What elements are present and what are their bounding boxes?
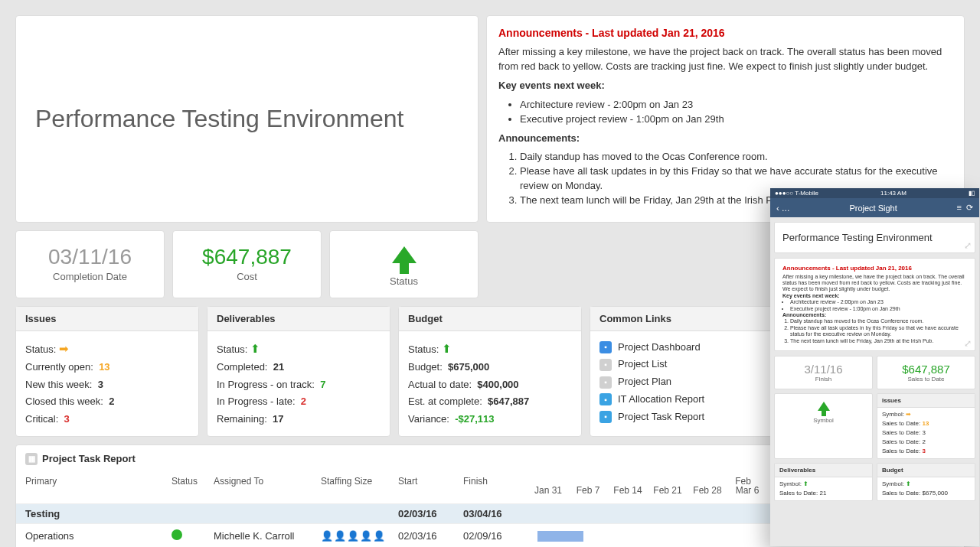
phone-symbol-card: Symbol <box>774 393 873 459</box>
carrier: ●●●○○ T-Mobile <box>775 190 818 197</box>
deliverables-status: Status: ⬆ <box>217 339 381 359</box>
completion-date-value: 03/11/16 <box>24 245 156 269</box>
budget-panel: Budget Status: ⬆ Budget: $675,000 Actual… <box>398 306 582 437</box>
arrow-up-icon <box>818 402 830 411</box>
issues-row: Currently open: 13 <box>25 359 189 376</box>
expand-icon[interactable]: ⤢ <box>964 240 972 251</box>
completion-date-label: Completion Date <box>24 271 156 282</box>
link-label: Project Dashboard <box>618 339 701 357</box>
page-title: Performance Testing Environment <box>35 105 403 133</box>
issues-title: Issues <box>16 307 198 331</box>
battery-icon: ▮▯ <box>969 190 975 197</box>
file-icon: ▪ <box>599 376 612 389</box>
key-events-list: Architecture review - 2:00pm on Jan 23 E… <box>520 98 952 127</box>
link-label: Project Plan <box>618 373 671 391</box>
phone-finish-stat: 3/11/16 Finish <box>774 356 873 389</box>
announcements-body: After missing a key milestone, we have t… <box>498 45 952 74</box>
phone-title-card: Performance Testing Environment ⤢ <box>774 222 975 253</box>
file-icon: ▪ <box>599 411 612 423</box>
col-primary[interactable]: Primary <box>16 473 165 504</box>
deliverables-row: In Progress - on track: 7 <box>217 376 381 394</box>
status-dot-icon <box>172 529 182 540</box>
cost-card: $647,887 Cost <box>172 230 322 298</box>
report-icon: ▦ <box>25 453 38 465</box>
back-button[interactable]: ‹ … <box>776 203 790 213</box>
refresh-icon[interactable]: ⟳ <box>966 203 973 212</box>
common-links-panel: Common Links ▪Project Dashboard▪Project … <box>590 306 773 437</box>
key-events-label: Key events next week: <box>498 79 952 93</box>
col-status[interactable]: Status <box>165 473 207 504</box>
budget-row: Est. at complete: $647,887 <box>408 393 572 411</box>
event-item: Executive project review - 1:00pm on Jan… <box>520 112 952 127</box>
issues-status: Status: ➡ <box>25 339 189 359</box>
budget-row: Budget: $675,000 <box>408 359 572 376</box>
completion-date-card: 03/11/16 Completion Date <box>15 230 165 298</box>
phone-announcements: Announcements - Last updated Jan 21, 201… <box>774 258 975 351</box>
status-label: Status <box>338 275 470 287</box>
phone-deliverables-panel: Deliverables Symbol: ⬆ Sales to Date: 21 <box>774 463 873 501</box>
arrow-up-icon: ⬆ <box>803 480 808 487</box>
phone-issues-panel: Issues Symbol: ➡ Sales to Date: 13 Sales… <box>877 393 975 459</box>
budget-title: Budget <box>399 307 581 331</box>
event-item: Architecture review - 2:00pm on Jan 23 <box>520 98 952 112</box>
phone-nav-bar: ‹ … Project Sight ≡ ⟳ <box>770 198 979 217</box>
issues-row: Closed this week: 2 <box>25 393 189 411</box>
budget-row: Variance: -$27,113 <box>408 411 572 428</box>
deliverables-panel: Deliverables Status: ⬆ Completed: 21 In … <box>207 306 390 437</box>
deliverables-row: In Progress - late: 2 <box>217 393 381 411</box>
arrow-up-icon: ⬆ <box>442 339 452 359</box>
common-link[interactable]: ▪Project List <box>599 356 763 373</box>
arrow-up-icon: ⬆ <box>906 480 911 487</box>
expand-icon[interactable]: ⤢ <box>964 338 972 349</box>
col-assigned[interactable]: Assigned To <box>207 473 315 504</box>
col-start[interactable]: Start <box>392 473 457 504</box>
phone-budget-panel: Budget Symbol: ⬆ Sales to Date: $675,000 <box>877 463 975 501</box>
deliverables-row: Completed: 21 <box>217 359 381 376</box>
phone-sales-stat: $647,887 Sales to Date <box>877 356 975 389</box>
menu-icon[interactable]: ≡ <box>956 203 961 212</box>
col-staffing[interactable]: Staffing Size <box>315 473 392 504</box>
link-label: Project List <box>618 356 667 373</box>
cost-label: Cost <box>181 271 313 282</box>
phone-status-bar: ●●●○○ T-Mobile 11:43 AM ▮▯ <box>770 188 979 198</box>
issues-row: Critical: 3 <box>25 411 189 428</box>
budget-status: Status: ⬆ <box>408 339 572 359</box>
file-icon: ▪ <box>599 359 612 371</box>
file-icon: ▪ <box>599 341 612 353</box>
deliverables-title: Deliverables <box>207 307 390 331</box>
issues-panel: Issues Status: ➡ Currently open: 13 New … <box>15 306 199 437</box>
status-card: Status <box>329 230 479 298</box>
cost-value: $647,887 <box>181 245 313 269</box>
status-arrow-up-icon <box>392 246 416 263</box>
common-link[interactable]: ▪Project Dashboard <box>599 339 763 357</box>
common-link[interactable]: ▪IT Allocation Report <box>599 391 763 409</box>
phone-nav-actions: ≡ ⟳ <box>956 203 973 213</box>
mobile-preview: ●●●○○ T-Mobile 11:43 AM ▮▯ ‹ … Project S… <box>770 188 979 546</box>
announcements-label: Announcements: <box>498 132 952 146</box>
col-finish[interactable]: Finish <box>457 473 522 504</box>
phone-nav-title: Project Sight <box>849 203 897 213</box>
announcements-heading: Announcements - Last updated Jan 21, 201… <box>498 25 952 41</box>
announcement-item: Daily standup has moved to the Ocas Conf… <box>520 150 952 164</box>
common-link[interactable]: ▪Project Task Report <box>599 409 763 426</box>
arrow-up-icon: ⬆ <box>250 339 260 359</box>
clock: 11:43 AM <box>880 190 906 197</box>
issues-row: New this week: 3 <box>25 376 189 394</box>
deliverables-row: Remaining: 17 <box>217 411 381 428</box>
link-label: Project Task Report <box>618 409 704 426</box>
common-link[interactable]: ▪Project Plan <box>599 373 763 391</box>
link-label: IT Allocation Report <box>618 391 704 409</box>
budget-row: Actual to date: $400,000 <box>408 376 572 394</box>
page-title-card: Performance Testing Environment <box>15 15 479 223</box>
file-icon: ▪ <box>599 393 612 405</box>
common-links-title: Common Links <box>590 307 773 331</box>
arrow-right-icon: ➡ <box>59 339 69 359</box>
arrow-right-icon: ➡ <box>906 411 911 418</box>
